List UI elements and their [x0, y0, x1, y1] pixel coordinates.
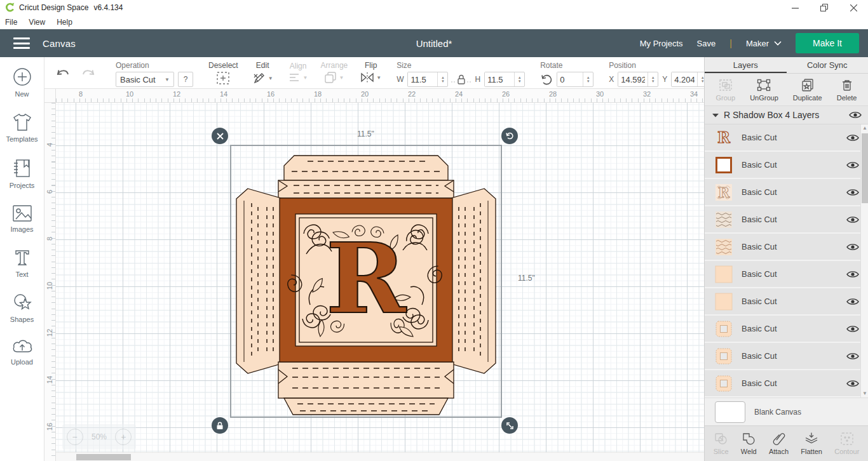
layer-row[interactable]: Basic Cut: [705, 152, 868, 179]
delete-handle[interactable]: [212, 128, 228, 144]
eye-icon[interactable]: [846, 324, 859, 333]
eye-icon[interactable]: [846, 352, 859, 361]
x-stepper[interactable]: ▲▼: [648, 72, 658, 86]
deselect-button[interactable]: Deselect: [208, 61, 238, 85]
operation-help-button[interactable]: ?: [178, 72, 193, 87]
rotate-stepper[interactable]: ▲▼: [583, 72, 593, 86]
flatten-button[interactable]: Flatten: [801, 432, 822, 455]
width-stepper[interactable]: ▲▼: [437, 72, 447, 86]
zoom-in-button[interactable]: +: [115, 429, 132, 445]
tab-color-sync[interactable]: Color Sync: [787, 57, 868, 73]
scroll-up-arrow[interactable]: ▲: [861, 124, 868, 132]
blank-canvas-swatch[interactable]: [715, 401, 745, 423]
edit-button[interactable]: Edit ▼: [252, 61, 273, 85]
duplicate-button[interactable]: Duplicate: [793, 78, 822, 102]
rotate-group: Rotate ▲▼: [534, 57, 600, 88]
eye-icon[interactable]: [849, 110, 862, 119]
layer-row[interactable]: R Basic Cut: [705, 124, 868, 152]
y-input[interactable]: [672, 72, 697, 86]
canvas-area[interactable]: 8 10 12 14 16 18 20 22 24 26 28 30 32 34…: [44, 89, 704, 461]
eye-icon[interactable]: [846, 379, 859, 388]
eye-icon[interactable]: [846, 188, 859, 197]
sidebar-item-shapes[interactable]: Shapes: [0, 293, 44, 323]
lock-handle[interactable]: [212, 417, 228, 434]
layers-scrollbar[interactable]: ▲ ▼: [860, 124, 868, 398]
scroll-down-arrow[interactable]: ▼: [861, 390, 868, 398]
eye-icon[interactable]: [846, 215, 859, 224]
eye-icon[interactable]: [846, 133, 859, 142]
flip-button[interactable]: Flip ▼: [360, 61, 381, 84]
restore-button[interactable]: [810, 0, 839, 15]
machine-selector[interactable]: Maker: [746, 39, 782, 48]
shirt-icon: [11, 112, 34, 133]
layer-thumb-pattern-tan: [715, 238, 733, 256]
blank-canvas-row[interactable]: Blank Canvas: [705, 398, 868, 425]
layers-scrollbar-thumb[interactable]: [862, 133, 868, 203]
layer-row[interactable]: Basic Cut: [705, 261, 868, 288]
hamburger-menu-icon[interactable]: [13, 37, 30, 49]
sidebar-item-text[interactable]: Text: [0, 248, 44, 278]
eye-icon[interactable]: [846, 243, 859, 251]
paperclip-icon: [771, 432, 787, 446]
save-link[interactable]: Save: [697, 39, 716, 48]
weld-button[interactable]: Weld: [741, 432, 757, 455]
collapse-chevron-icon[interactable]: [712, 113, 719, 117]
undo-icon[interactable]: [55, 66, 71, 80]
operation-select[interactable]: Basic Cut ▼: [116, 72, 174, 87]
selection-width-label: 11.5": [357, 130, 374, 138]
canvas-nav-label[interactable]: Canvas: [43, 38, 76, 49]
horizontal-scrollbar-thumb[interactable]: [76, 454, 131, 460]
sidebar-item-upload[interactable]: Upload: [0, 338, 44, 366]
header-divider: |: [729, 38, 732, 48]
redo-icon[interactable]: [80, 66, 97, 80]
make-it-button[interactable]: Make It: [796, 33, 859, 53]
ungroup-icon: [756, 78, 771, 92]
layer-row[interactable]: Basic Cut: [705, 206, 868, 234]
sidebar-item-images[interactable]: Images: [0, 204, 44, 233]
rotate-label: Rotate: [540, 61, 593, 70]
x-input[interactable]: [618, 72, 648, 86]
resize-handle[interactable]: [501, 417, 518, 434]
close-button[interactable]: [839, 0, 868, 15]
menu-file[interactable]: File: [5, 18, 17, 27]
layer-group-header[interactable]: R Shadow Box 4 Layers: [705, 105, 868, 124]
size-lock-icon[interactable]: [451, 73, 472, 86]
rotate-icon[interactable]: [540, 73, 553, 86]
position-label: Position: [609, 61, 708, 70]
delete-button[interactable]: Delete: [837, 78, 857, 102]
height-stepper[interactable]: ▲▼: [514, 72, 524, 86]
eye-icon[interactable]: [846, 161, 859, 170]
attach-button[interactable]: Attach: [769, 432, 789, 455]
eye-icon[interactable]: [846, 297, 859, 306]
align-label: Align: [290, 62, 307, 70]
sidebar-item-projects[interactable]: Projects: [0, 157, 44, 189]
deselect-icon: [216, 71, 230, 85]
eye-icon[interactable]: [846, 270, 859, 279]
menu-help[interactable]: Help: [57, 18, 72, 27]
rotate-input[interactable]: [557, 72, 583, 86]
zoom-out-button[interactable]: −: [67, 429, 83, 445]
layer-row[interactable]: Basic Cut: [705, 234, 868, 261]
rotate-handle[interactable]: [501, 128, 518, 144]
layer-row[interactable]: Basic Cut: [705, 316, 868, 343]
tab-layers[interactable]: Layers: [705, 57, 787, 73]
layer-row[interactable]: Basic Cut: [705, 370, 868, 398]
layer-row[interactable]: R Basic Cut: [705, 179, 868, 206]
width-input[interactable]: [408, 72, 437, 86]
horizontal-scrollbar[interactable]: [56, 452, 704, 461]
slice-icon: [714, 432, 729, 446]
selection-height-label: 11.5": [518, 274, 535, 283]
layer-row[interactable]: Basic Cut: [705, 288, 868, 316]
my-projects-link[interactable]: My Projects: [640, 39, 683, 48]
shadow-box-design[interactable]: R: [231, 146, 501, 417]
height-input[interactable]: [485, 72, 514, 86]
menu-view[interactable]: View: [29, 18, 45, 27]
sidebar-item-templates[interactable]: Templates: [0, 112, 44, 143]
layer-row[interactable]: Basic Cut: [705, 343, 868, 370]
sidebar-item-new[interactable]: New: [0, 66, 44, 98]
x-field: ▲▼: [618, 72, 658, 87]
selection-bounding-box[interactable]: R: [230, 145, 502, 418]
minimize-button[interactable]: [780, 0, 810, 15]
sidebar-label: Text: [15, 271, 28, 278]
ungroup-button[interactable]: UnGroup: [750, 78, 778, 102]
